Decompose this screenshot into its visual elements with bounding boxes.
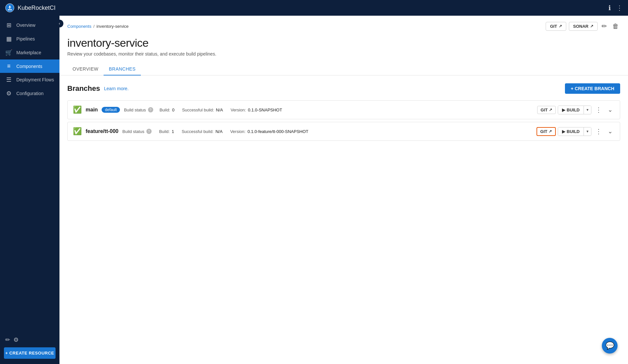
breadcrumb: Components / inventory-service bbox=[67, 24, 129, 29]
sidebar: ‹ ⊞ Overview ▦ Pipelines 🛒 Marketplace ≡… bbox=[0, 16, 59, 364]
default-badge-main: default bbox=[102, 107, 120, 113]
build-dropdown-feature[interactable]: ▾ bbox=[584, 127, 591, 135]
sonar-external-icon: ↗ bbox=[590, 24, 593, 28]
branch-row-main: ✅ main default Build status ? Build: 0 S… bbox=[67, 100, 620, 119]
breadcrumb-parent[interactable]: Components bbox=[67, 24, 91, 29]
build-status-help-main[interactable]: ? bbox=[148, 107, 153, 112]
successful-build-value-main: N/A bbox=[216, 108, 223, 112]
branch-meta-main: Build status ? Build: 0 Successful build… bbox=[124, 107, 533, 112]
git-link-button[interactable]: GIT ↗ bbox=[546, 22, 566, 31]
page-title: inventory-service bbox=[67, 37, 620, 49]
build-button-main[interactable]: ▶ BUILD bbox=[558, 106, 584, 114]
branch-actions-feature: GIT ↗ ▶ BUILD ▾ ⋮ ⌄ bbox=[537, 127, 615, 136]
info-icon[interactable]: ℹ bbox=[608, 4, 611, 12]
more-options-feature[interactable]: ⋮ bbox=[593, 127, 604, 136]
content-header: Components / inventory-service GIT ↗ SON… bbox=[59, 16, 628, 31]
svg-point-1 bbox=[8, 9, 9, 10]
branch-row-feature: ✅ feature/tt-000 Build status ? Build: 1… bbox=[67, 122, 620, 141]
sidebar-collapse-button[interactable]: ‹ bbox=[56, 20, 63, 27]
build-dropdown-main[interactable]: ▾ bbox=[584, 106, 591, 114]
sidebar-item-label-deployment-flows: Deployment Flows bbox=[16, 77, 54, 82]
successful-build-value-feature: N/A bbox=[215, 129, 223, 134]
sidebar-item-label-marketplace: Marketplace bbox=[16, 50, 41, 55]
build-btn-group-main: ▶ BUILD ▾ bbox=[558, 106, 591, 114]
tab-branches[interactable]: BRANCHES bbox=[104, 63, 141, 75]
version-label-main: Version: bbox=[231, 108, 246, 112]
svg-point-2 bbox=[10, 9, 12, 10]
version-label-feature: Version: bbox=[230, 129, 245, 134]
successful-build-label-main: Successful build: bbox=[182, 108, 214, 112]
app-logo-icon bbox=[5, 3, 14, 12]
breadcrumb-current: inventory-service bbox=[96, 24, 128, 29]
create-branch-button[interactable]: + CREATE BRANCH bbox=[565, 83, 620, 94]
main-content: Components / inventory-service GIT ↗ SON… bbox=[59, 16, 628, 364]
sidebar-item-configuration[interactable]: ⚙ Configuration bbox=[0, 87, 59, 100]
chat-fab-button[interactable]: 💬 bbox=[602, 338, 618, 354]
edit-settings-icon[interactable]: ✏ bbox=[5, 336, 10, 343]
build-label-main: Build: bbox=[159, 108, 170, 112]
learn-more-link[interactable]: Learn more. bbox=[104, 86, 128, 91]
branches-header: Branches Learn more. + CREATE BRANCH bbox=[67, 83, 620, 94]
git-external-icon: ↗ bbox=[559, 24, 562, 28]
top-header: KubeRocketCI ℹ ⋮ bbox=[0, 0, 628, 16]
play-icon-main: ▶ bbox=[562, 108, 565, 112]
build-button-feature[interactable]: ▶ BUILD bbox=[558, 127, 584, 136]
tab-overview[interactable]: OVERVIEW bbox=[67, 63, 104, 75]
page-title-area: inventory-service Review your codebases,… bbox=[59, 31, 628, 57]
more-options-main[interactable]: ⋮ bbox=[593, 105, 604, 114]
components-icon: ≡ bbox=[5, 63, 12, 70]
overview-icon: ⊞ bbox=[5, 22, 12, 29]
configuration-icon: ⚙ bbox=[5, 90, 12, 97]
app-title: KubeRocketCI bbox=[18, 5, 56, 11]
sidebar-item-pipelines[interactable]: ▦ Pipelines bbox=[0, 32, 59, 46]
gear-settings-icon[interactable]: ⚙ bbox=[13, 336, 19, 343]
marketplace-icon: 🛒 bbox=[5, 49, 12, 56]
edit-button[interactable]: ✏ bbox=[600, 21, 608, 31]
branch-name-main: main bbox=[86, 107, 98, 113]
sidebar-item-overview[interactable]: ⊞ Overview bbox=[0, 18, 59, 32]
branch-actions-main: GIT ↗ ▶ BUILD ▾ ⋮ ⌄ bbox=[537, 105, 615, 114]
create-resource-button[interactable]: + CREATE RESOURCE bbox=[4, 347, 56, 359]
branch-name-feature: feature/tt-000 bbox=[86, 128, 118, 134]
expand-button-feature[interactable]: ⌄ bbox=[606, 127, 615, 136]
page-subtitle: Review your codebases, monitor their sta… bbox=[67, 51, 620, 57]
sidebar-item-label-components: Components bbox=[16, 64, 42, 69]
git-button-feature[interactable]: GIT ↗ bbox=[537, 127, 556, 136]
build-status-help-feature[interactable]: ? bbox=[146, 129, 152, 134]
chat-icon: 💬 bbox=[605, 341, 614, 350]
branch-meta-feature: Build status ? Build: 1 Successful build… bbox=[122, 129, 532, 134]
branches-section: Branches Learn more. + CREATE BRANCH ✅ m… bbox=[59, 75, 628, 151]
sidebar-item-label-overview: Overview bbox=[16, 23, 35, 28]
branches-title: Branches bbox=[67, 84, 100, 93]
play-icon-feature: ▶ bbox=[562, 129, 565, 134]
git-button-main[interactable]: GIT ↗ bbox=[537, 106, 556, 114]
edit-icon: ✏ bbox=[602, 23, 607, 30]
create-resource-container: + CREATE RESOURCE bbox=[0, 347, 59, 364]
build-value-main: 0 bbox=[172, 108, 174, 112]
sidebar-nav: ⊞ Overview ▦ Pipelines 🛒 Marketplace ≡ C… bbox=[0, 16, 59, 332]
git-external-icon-feature: ↗ bbox=[549, 129, 552, 134]
sidebar-item-components[interactable]: ≡ Components bbox=[0, 59, 59, 73]
more-icon[interactable]: ⋮ bbox=[616, 4, 623, 12]
sidebar-item-label-configuration: Configuration bbox=[16, 91, 43, 96]
delete-button[interactable]: 🗑 bbox=[611, 21, 620, 31]
sidebar-item-marketplace[interactable]: 🛒 Marketplace bbox=[0, 46, 59, 59]
git-external-icon-main: ↗ bbox=[549, 108, 552, 112]
sonar-link-button[interactable]: SONAR ↗ bbox=[569, 22, 598, 31]
breadcrumb-separator: / bbox=[93, 24, 95, 29]
successful-build-label-feature: Successful build: bbox=[182, 129, 214, 134]
build-btn-group-feature: ▶ BUILD ▾ bbox=[558, 127, 591, 136]
delete-icon: 🗑 bbox=[612, 23, 619, 30]
header-right: ℹ ⋮ bbox=[608, 4, 623, 12]
sidebar-item-deployment-flows[interactable]: ☰ Deployment Flows bbox=[0, 73, 59, 87]
expand-button-main[interactable]: ⌄ bbox=[606, 106, 615, 114]
build-label-feature: Build: bbox=[159, 129, 170, 134]
branch-status-icon-feature: ✅ bbox=[73, 127, 82, 136]
build-status-label-feature: Build status bbox=[122, 129, 144, 134]
branches-title-group: Branches Learn more. bbox=[67, 84, 129, 93]
pipelines-icon: ▦ bbox=[5, 35, 12, 42]
version-value-main: 0.1.0-SNAPSHOT bbox=[248, 108, 282, 112]
header-left: KubeRocketCI bbox=[5, 3, 56, 12]
tabs-bar: OVERVIEW BRANCHES bbox=[59, 63, 628, 75]
branch-status-icon-main: ✅ bbox=[73, 106, 82, 114]
